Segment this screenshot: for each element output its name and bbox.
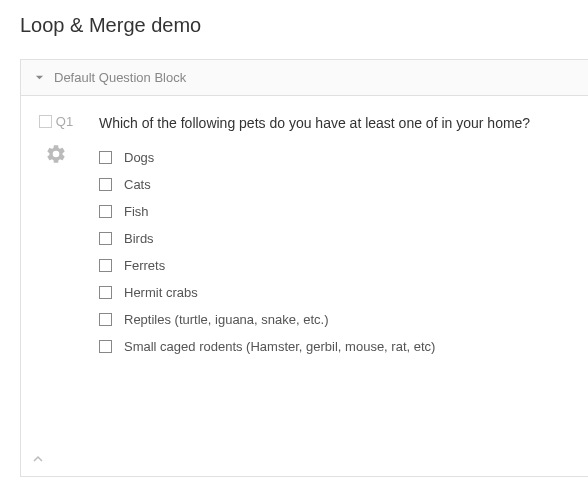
choice-label: Dogs — [124, 150, 154, 165]
choice-option[interactable]: Small caged rodents (Hamster, gerbil, mo… — [99, 339, 574, 354]
checkbox-icon — [99, 286, 112, 299]
choice-option[interactable]: Hermit crabs — [99, 285, 574, 300]
question-text[interactable]: Which of the following pets do you have … — [99, 114, 574, 134]
checkbox-icon — [99, 232, 112, 245]
question-select-checkbox[interactable] — [39, 115, 52, 128]
choice-option[interactable]: Fish — [99, 204, 574, 219]
question-row: Q1 Which of the following pets do you ha… — [21, 96, 588, 476]
choice-label: Hermit crabs — [124, 285, 198, 300]
choice-option[interactable]: Birds — [99, 231, 574, 246]
question-body: Which of the following pets do you have … — [81, 114, 574, 466]
checkbox-icon — [99, 340, 112, 353]
choice-option[interactable]: Dogs — [99, 150, 574, 165]
choice-label: Ferrets — [124, 258, 165, 273]
page-title: Loop & Merge demo — [0, 0, 588, 59]
choice-option[interactable]: Reptiles (turtle, iguana, snake, etc.) — [99, 312, 574, 327]
question-sidebar: Q1 — [31, 114, 81, 466]
choice-label: Small caged rodents (Hamster, gerbil, mo… — [124, 339, 435, 354]
choice-label: Birds — [124, 231, 154, 246]
choice-option[interactable]: Cats — [99, 177, 574, 192]
choice-option[interactable]: Ferrets — [99, 258, 574, 273]
checkbox-icon — [99, 205, 112, 218]
caret-down-icon — [35, 73, 44, 82]
caret-up-icon[interactable] — [33, 450, 43, 468]
checkbox-icon — [99, 178, 112, 191]
checkbox-icon — [99, 313, 112, 326]
question-id-group: Q1 — [39, 114, 73, 129]
choice-label: Cats — [124, 177, 151, 192]
question-block: Default Question Block Q1 Which of the f… — [20, 59, 588, 477]
block-header[interactable]: Default Question Block — [21, 60, 588, 96]
block-title: Default Question Block — [54, 70, 186, 85]
gear-icon[interactable] — [45, 143, 67, 169]
choice-label: Reptiles (turtle, iguana, snake, etc.) — [124, 312, 329, 327]
checkbox-icon — [99, 259, 112, 272]
choice-label: Fish — [124, 204, 149, 219]
question-id-label: Q1 — [56, 114, 73, 129]
checkbox-icon — [99, 151, 112, 164]
